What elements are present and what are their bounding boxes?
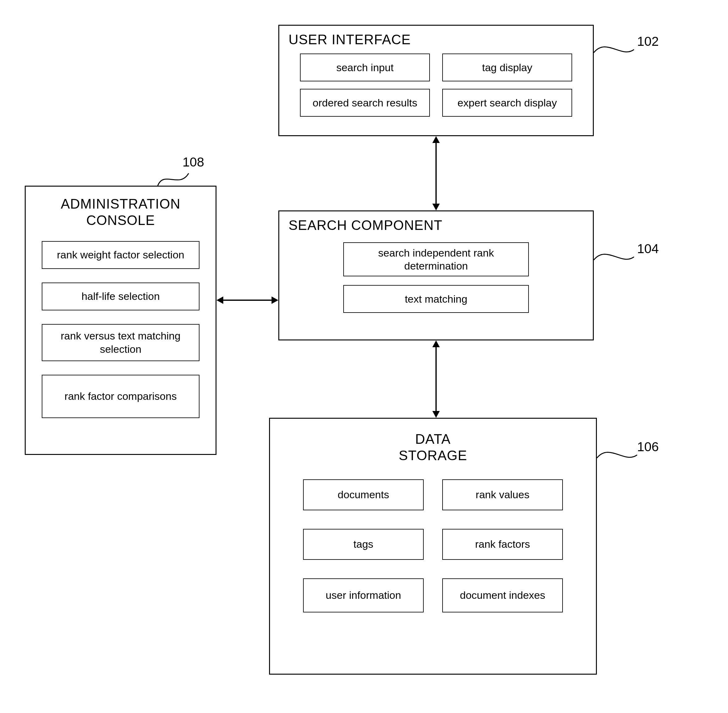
documents-item: documents <box>303 479 424 510</box>
arrow-admin-search <box>216 294 278 306</box>
sird-item: search independent rank determination <box>343 242 529 276</box>
user-interface-title: USER INTERFACE <box>279 26 593 51</box>
search-input-item: search input <box>300 54 430 81</box>
svg-marker-8 <box>271 297 278 304</box>
ordered-search-results-item: ordered search results <box>300 89 430 117</box>
search-component-box: SEARCH COMPONENT search independent rank… <box>278 210 594 340</box>
admin-console-box: ADMINISTRATION CONSOLE rank weight facto… <box>25 186 216 455</box>
arrow-search-data <box>430 340 442 418</box>
svg-marker-5 <box>432 411 440 418</box>
data-storage-box: DATA STORAGE documents rank values tags … <box>269 418 597 675</box>
rank-vs-text-item: rank versus text matching selection <box>42 324 199 361</box>
ref-102: 102 <box>637 34 659 49</box>
rank-factors-item: rank factors <box>442 529 563 560</box>
document-indexes-item: document indexes <box>442 579 563 612</box>
svg-marker-7 <box>216 297 223 304</box>
callout-104 <box>594 248 637 272</box>
svg-marker-1 <box>432 136 440 143</box>
svg-marker-4 <box>432 340 440 347</box>
callout-108 <box>155 167 192 192</box>
rank-values-item: rank values <box>442 479 563 510</box>
callout-102 <box>594 40 637 65</box>
ref-106: 106 <box>637 439 659 454</box>
ref-104: 104 <box>637 242 659 256</box>
tag-display-item: tag display <box>442 54 572 81</box>
tags-item: tags <box>303 529 424 560</box>
user-interface-box: USER INTERFACE search input tag display … <box>278 25 594 136</box>
expert-search-display-item: expert search display <box>442 89 572 117</box>
search-component-title: SEARCH COMPONENT <box>279 211 593 236</box>
rank-weight-item: rank weight factor selection <box>42 241 199 269</box>
half-life-item: half-life selection <box>42 282 199 310</box>
data-storage-title: DATA STORAGE <box>270 419 596 467</box>
text-matching-item: text matching <box>343 285 529 313</box>
rank-comparisons-item: rank factor comparisons <box>42 375 199 418</box>
callout-106 <box>597 446 640 470</box>
admin-console-title: ADMINISTRATION CONSOLE <box>26 186 216 232</box>
svg-marker-2 <box>432 204 440 210</box>
user-information-item: user information <box>303 579 424 612</box>
arrow-ui-search <box>430 136 442 210</box>
